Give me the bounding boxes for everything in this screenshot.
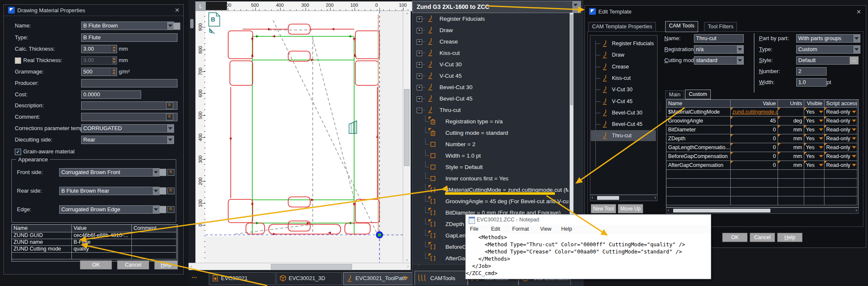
width-field[interactable]: 1.0: [796, 78, 827, 87]
expand-icon[interactable]: +: [417, 39, 422, 45]
tree-item-bevel-cut-45[interactable]: +Bevel-Cut 45: [412, 93, 570, 105]
param-units[interactable]: [778, 108, 804, 117]
chevron-down-icon[interactable]: [852, 111, 856, 113]
description-field[interactable]: [81, 101, 177, 110]
param-visible-dropdown[interactable]: Yes: [804, 161, 824, 170]
scroll-right-icon[interactable]: ›: [407, 264, 409, 269]
param-name[interactable]: BitDiameter: [666, 125, 731, 134]
calc-thickness-field[interactable]: 3.00: [81, 45, 117, 53]
type-field[interactable]: B Flute: [81, 33, 177, 42]
pane-left-scroll-strip[interactable]: [188, 0, 195, 263]
chevron-down-icon[interactable]: [852, 137, 856, 140]
tree-prop-number[interactable]: Number = 2: [412, 139, 570, 150]
cutting-mode-field[interactable]: standard: [694, 56, 744, 65]
tree-prop-inner-contours-first[interactable]: Inner contours first = Yes: [412, 173, 570, 185]
tree-prop-cutting-mode[interactable]: Cutting mode = standard: [412, 127, 570, 139]
notepad-titlebar[interactable]: EVC30021.ZCC - Notepad: [466, 215, 711, 225]
tree-item-bevel-cut-30[interactable]: +Bevel-Cut 30: [412, 82, 570, 93]
menu-help[interactable]: Help: [561, 226, 572, 232]
table-cell[interactable]: cec46b6f-e88b-4810-...: [72, 232, 132, 239]
panel-tab-camtools[interactable]: CAMTools: [415, 271, 468, 285]
param-name[interactable]: GroovingAngle: [666, 117, 731, 125]
template-tree-item-draw[interactable]: Draw: [591, 49, 656, 60]
chevron-down-icon[interactable]: [852, 164, 856, 166]
param-script-access-dropdown[interactable]: Read-only: [824, 108, 857, 117]
comment-edit-button[interactable]: [166, 114, 173, 120]
tree-prop-registration-type[interactable]: Registration type = n/a: [412, 116, 570, 128]
close-icon[interactable]: ✕: [173, 6, 181, 14]
tab-evc30021[interactable]: EVC30021: [209, 272, 276, 285]
type-field[interactable]: Custom: [796, 45, 860, 54]
param-visible-dropdown[interactable]: Yes: [804, 134, 824, 143]
dialog-titlebar[interactable]: Edit Template ✕: [585, 5, 866, 17]
chevron-down-icon[interactable]: [819, 137, 823, 140]
collapse-icon[interactable]: −: [417, 108, 422, 113]
tree-item-crease[interactable]: +Crease: [412, 36, 570, 48]
table-cell[interactable]: quality: [72, 246, 132, 253]
param-name[interactable]: ZDepth: [666, 134, 731, 143]
tree-item-v-cut-45[interactable]: +V-Cut 45: [412, 70, 570, 82]
part-by-part-field[interactable]: With parts groups: [796, 34, 860, 43]
front-side-edit-button[interactable]: [167, 169, 175, 176]
param-units[interactable]: mm: [778, 152, 804, 161]
tab-scroll-right-icon[interactable]: ▶: [405, 275, 408, 280]
param-script-access-dropdown[interactable]: Read-only: [824, 117, 857, 125]
chevron-down-icon[interactable]: [852, 155, 856, 158]
real-thickness-field[interactable]: 3.00: [81, 56, 117, 65]
preset-combobox[interactable]: Zund G3 2XL-1600 to ZCC: [412, 1, 581, 13]
template-tree-item-bevel-cut-45[interactable]: Bevel-Cut 45: [591, 119, 656, 130]
edge-field[interactable]: Corrugated Brown Edge: [59, 205, 160, 214]
expand-icon[interactable]: +: [417, 74, 422, 79]
corrections-parameter-template-field[interactable]: CORRUGATED: [81, 124, 174, 133]
ok-button[interactable]: OK: [80, 260, 112, 270]
cancel-button[interactable]: Cancel: [117, 260, 149, 270]
param-visible-dropdown[interactable]: Yes: [804, 125, 824, 134]
canvas-vscrollbar[interactable]: ⌃ ⌄: [403, 11, 411, 264]
chevron-down-icon[interactable]: [736, 46, 743, 53]
param-units[interactable]: deg: [778, 117, 804, 125]
param-script-access-dropdown[interactable]: Read-only: [824, 161, 857, 170]
param-units[interactable]: mm: [778, 161, 804, 170]
tree-item-kiss-cut[interactable]: +Kiss-cut: [412, 47, 570, 59]
param-visible-dropdown[interactable]: Yes: [804, 117, 824, 125]
tab-custom[interactable]: Custom: [685, 90, 711, 99]
producer-field[interactable]: [81, 79, 177, 87]
param-name[interactable]: GapLengthCompensatio...: [666, 143, 731, 152]
name-swatch-button[interactable]: [173, 22, 180, 30]
param-script-access-dropdown[interactable]: Read-only: [824, 125, 857, 134]
scroll-down-icon[interactable]: ⌄: [405, 257, 409, 261]
scroll-left-icon[interactable]: ‹: [592, 195, 593, 200]
edge-edit-button[interactable]: [167, 206, 175, 213]
chevron-down-icon[interactable]: [819, 164, 823, 166]
scroll-thumb[interactable]: [570, 14, 573, 105]
tree-item-thru-cut[interactable]: −Thru-cut: [412, 104, 570, 116]
ok-button[interactable]: OK: [722, 233, 748, 242]
tab-cam-template-properties[interactable]: CAM Template Properties: [588, 22, 656, 32]
param-script-access-dropdown[interactable]: Read-only: [824, 134, 857, 143]
tree-prop-groovingangle[interactable]: GroovingAngle = 45 deg (For Bevel-cut an…: [412, 196, 570, 207]
tree-item-v-cut-30[interactable]: +V-Cut 30: [412, 59, 570, 71]
param-value[interactable]: 0: [731, 161, 778, 170]
table-cell[interactable]: ZUND GUID: [12, 232, 72, 239]
spinner-buttons[interactable]: [112, 68, 117, 76]
chevron-down-icon[interactable]: [852, 120, 856, 122]
edge-swatch-button[interactable]: [159, 206, 167, 213]
param-name[interactable]: $MaterialCuttingMode: [666, 108, 731, 117]
scroll-up-icon[interactable]: ⌃: [405, 13, 409, 17]
chevron-down-icon[interactable]: [572, 1, 581, 13]
chevron-down-icon[interactable]: [152, 187, 159, 195]
expand-icon[interactable]: +: [417, 62, 422, 68]
chevron-down-icon[interactable]: [853, 46, 860, 53]
name-field[interactable]: Thru-cut: [694, 34, 744, 43]
chevron-down-icon[interactable]: [819, 120, 823, 122]
menu-edit[interactable]: Edit: [491, 226, 500, 232]
expand-icon[interactable]: +: [417, 16, 422, 22]
param-name[interactable]: BeforeGapCompensation: [666, 152, 731, 161]
style-field[interactable]: Default: [796, 56, 850, 65]
expand-icon[interactable]: +: [417, 28, 422, 33]
template-tree-item-thru-cut[interactable]: Thru-cut: [591, 130, 656, 141]
table-cell[interactable]: [132, 232, 177, 239]
table-cell[interactable]: B-Flute: [72, 239, 132, 246]
chevron-down-icon[interactable]: [152, 169, 159, 176]
chevron-down-icon[interactable]: [819, 128, 823, 131]
